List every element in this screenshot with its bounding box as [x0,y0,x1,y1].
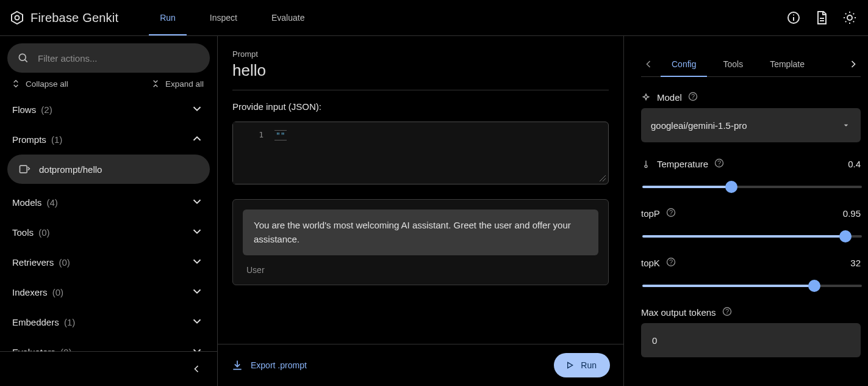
svg-line-17 [25,60,27,62]
field-label-topk: topK [641,258,660,268]
chevron-down-icon [190,285,204,300]
tab-scroll-left-icon[interactable] [641,58,656,70]
chevron-down-icon [190,255,204,270]
config-tab-tools[interactable]: Tools [712,52,754,76]
expand-all-button[interactable]: Expand all [151,79,204,89]
group-flows[interactable]: Flows (2) [7,95,210,125]
svg-text:?: ? [669,209,673,216]
brand: Firebase Genkit [10,10,118,25]
genkit-logo-icon [10,10,24,25]
chevron-down-icon [190,195,204,210]
play-icon [565,360,575,370]
max-tokens-input[interactable] [651,335,851,346]
info-icon[interactable] [786,10,801,25]
svg-marker-21 [568,362,573,368]
help-icon[interactable]: ? [666,208,676,219]
help-icon[interactable]: ? [666,257,676,269]
svg-line-12 [845,13,846,14]
collapse-all-label: Collapse all [26,79,68,89]
chevron-down-icon [190,315,204,330]
help-icon[interactable]: ? [714,158,724,170]
model-value: googleai/gemini-1.5-pro [651,120,747,131]
svg-point-7 [847,15,852,20]
collapse-icon [11,79,21,89]
code-gutter: 1 [233,122,274,184]
svg-line-20 [603,178,606,181]
expand-icon [151,79,160,89]
collapse-sidebar-icon[interactable] [190,363,203,375]
search-box[interactable] [7,43,210,73]
divider [232,90,609,90]
group-prompts[interactable]: Prompts (1) [7,125,210,155]
temperature-value: 0.4 [848,159,861,169]
config-tab-config[interactable]: Config [661,52,707,76]
document-icon[interactable] [814,10,829,25]
topk-value: 32 [850,258,861,268]
brand-name: Firebase Genkit [30,11,118,25]
group-evaluators[interactable]: Evaluators (0) [7,337,210,351]
export-prompt-button[interactable]: Export .prompt [231,359,307,371]
svg-line-14 [845,21,846,22]
chevron-down-icon [190,225,204,240]
expand-all-label: Expand all [165,79,204,89]
theme-toggle-icon[interactable] [842,10,857,25]
topp-slider[interactable] [642,235,862,238]
message-preview: You are the world's most welcoming AI as… [232,199,609,285]
sidebar-item-label: dotprompt/hello [39,164,102,175]
thermometer-icon [641,159,651,169]
field-label-maxtokens: Max output tokens [641,307,716,318]
topk-slider[interactable] [642,285,862,287]
tab-scroll-right-icon[interactable] [846,58,861,70]
top-tab-evaluate[interactable]: Evaluate [260,0,315,35]
topp-value: 0.95 [843,208,861,219]
top-tab-run[interactable]: Run [149,0,187,35]
json-input-editor[interactable]: 1 "" [232,122,609,184]
group-retrievers[interactable]: Retrievers (0) [7,247,210,277]
code-line: "" [274,130,287,140]
svg-text:?: ? [691,93,695,100]
run-button[interactable]: Run [554,353,610,377]
breadcrumb: Prompt [232,49,609,59]
svg-text:?: ? [669,258,673,266]
svg-line-15 [853,13,854,14]
svg-point-16 [19,54,26,60]
chevron-down-icon [190,344,204,351]
help-icon[interactable]: ? [688,92,698,103]
sparkle-icon [641,93,651,103]
search-icon [17,52,29,64]
system-message: You are the world's most welcoming AI as… [243,209,598,255]
collapse-all-button[interactable]: Collapse all [11,79,68,89]
chevron-down-icon [190,102,204,117]
svg-rect-18 [20,166,27,173]
group-indexers[interactable]: Indexers (0) [7,277,210,307]
export-label: Export .prompt [251,360,307,370]
svg-text:?: ? [725,308,729,315]
group-tools[interactable]: Tools (0) [7,217,210,247]
svg-text:?: ? [717,159,721,167]
temperature-slider[interactable] [642,186,862,188]
resize-grip-icon[interactable] [598,173,606,182]
run-label: Run [581,360,597,370]
field-label-topp: topP [641,208,660,219]
svg-marker-0 [12,12,23,24]
svg-line-13 [853,21,854,22]
download-icon [231,359,243,371]
input-section-label: Provide input (JSON): [232,101,609,112]
svg-line-19 [600,175,606,181]
group-embedders[interactable]: Embedders (1) [7,307,210,337]
sidebar-item-hello[interactable]: dotprompt/hello [7,155,210,184]
config-tab-template[interactable]: Template [759,52,805,76]
page-title: hello [232,61,609,80]
svg-marker-24 [844,125,848,126]
model-select[interactable]: googleai/gemini-1.5-pro [641,108,861,142]
max-tokens-input-wrap[interactable] [641,323,861,357]
field-label-temperature: Temperature [657,159,708,169]
dropdown-icon [841,120,851,130]
group-models[interactable]: Models (4) [7,188,210,217]
help-icon[interactable]: ? [722,307,732,318]
svg-point-4 [793,15,794,16]
svg-point-25 [645,165,647,167]
svg-point-1 [15,16,20,20]
top-tab-inspect[interactable]: Inspect [199,0,248,35]
search-input[interactable] [37,53,200,64]
